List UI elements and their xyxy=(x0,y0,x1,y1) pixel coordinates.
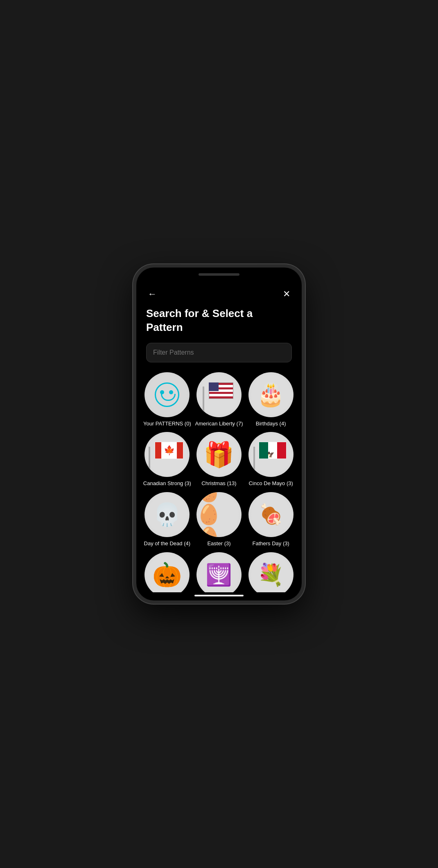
pattern-item-cinco-de-mayo[interactable]: 🦅 Cinco De Mayo (3) xyxy=(246,432,295,487)
pattern-circle-american-liberty xyxy=(196,372,242,417)
pattern-label-easter: Easter (3) xyxy=(207,540,230,547)
page-title: Search for & Select a Pattern xyxy=(146,307,292,335)
pattern-label-day-of-dead: Day of the Dead (4) xyxy=(144,540,190,547)
mx-flag-stick-icon xyxy=(253,447,255,477)
pattern-item-your-patterns[interactable]: Your PATTERNS (0) xyxy=(143,372,192,427)
pattern-label-birthdays: Birthdays (4) xyxy=(256,421,286,427)
flowers-icon: 💐 xyxy=(257,562,284,587)
pattern-item-canadian-strong[interactable]: 🍁 Canadian Strong (3) xyxy=(143,432,192,487)
pattern-circle-halloween: 🎃 xyxy=(144,552,190,592)
us-flag-canton xyxy=(209,382,219,391)
pattern-item-halloween[interactable]: 🎃 Halloween (10) xyxy=(143,552,192,592)
pattern-item-easter[interactable]: 🥚🥚🥚 Easter (3) xyxy=(195,492,244,547)
cake-icon: 🎂 xyxy=(257,381,285,408)
page-title-container: Search for & Select a Pattern xyxy=(136,307,302,343)
pattern-circle-mothers-day: 💐 xyxy=(248,552,294,592)
home-indicator xyxy=(194,595,244,596)
pattern-circle-hanukkah: 🕎 xyxy=(196,552,242,592)
ca-flag-stick-icon xyxy=(149,447,150,477)
gift-icon: 🎁 xyxy=(203,440,234,469)
mx-flag-wrapper: 🦅 xyxy=(255,442,287,467)
pattern-grid-container[interactable]: Your PATTERNS (0) American Liberty xyxy=(136,372,302,592)
pattern-item-mothers-day[interactable]: 💐 Mothers Day (3) xyxy=(246,552,295,592)
ca-stripe-left xyxy=(155,442,161,459)
pattern-circle-cinco-de-mayo: 🦅 xyxy=(248,432,294,477)
pattern-item-birthdays[interactable]: 🎂 Birthdays (4) xyxy=(246,372,295,427)
pattern-circle-canadian-strong: 🍁 xyxy=(144,432,190,477)
pattern-circle-birthdays: 🎂 xyxy=(248,372,294,417)
mx-flag-icon: 🦅 xyxy=(259,442,287,459)
pattern-label-cinco-de-mayo: Cinco De Mayo (3) xyxy=(248,480,293,487)
us-flag-wrapper xyxy=(205,382,233,407)
pattern-item-hanukkah[interactable]: 🕎 Hanukkah (4) xyxy=(195,552,244,592)
skull-icon: 💀 xyxy=(153,501,181,528)
pattern-circle-christmas: 🎁 xyxy=(196,432,242,477)
pattern-circle-day-of-dead: 💀 xyxy=(144,492,190,537)
screen: ← ✕ Search for & Select a Pattern Your P… xyxy=(136,268,302,600)
pattern-circle-your-patterns xyxy=(144,372,190,417)
pattern-item-day-of-dead[interactable]: 💀 Day of the Dead (4) xyxy=(143,492,192,547)
pattern-label-fathers-day: Fathers Day (3) xyxy=(253,540,289,547)
pumpkin-icon: 🎃 xyxy=(152,561,182,589)
menorah-icon: 🕎 xyxy=(205,562,232,587)
pattern-label-american-liberty: American Liberty (7) xyxy=(195,421,243,427)
pattern-circle-easter: 🥚🥚🥚 xyxy=(196,492,242,537)
search-bar xyxy=(136,343,302,372)
ca-stripe-right xyxy=(177,442,183,459)
mx-red-stripe xyxy=(277,442,286,459)
pattern-item-fathers-day[interactable]: 🍖 Fathers Day (3) xyxy=(246,492,295,547)
grill-icon: 🍖 xyxy=(259,503,283,526)
pattern-label-christmas: Christmas (13) xyxy=(201,480,236,487)
search-input[interactable] xyxy=(146,343,292,362)
close-button[interactable]: ✕ xyxy=(281,288,292,300)
pattern-circle-fathers-day: 🍖 xyxy=(248,492,294,537)
phone-frame: ← ✕ Search for & Select a Pattern Your P… xyxy=(133,264,305,604)
ca-flag-icon: 🍁 xyxy=(155,442,183,459)
mx-white-stripe: 🦅 xyxy=(268,442,277,459)
pattern-item-american-liberty[interactable]: American Liberty (7) xyxy=(195,372,244,427)
pattern-label-canadian-strong: Canadian Strong (3) xyxy=(143,480,191,487)
back-button[interactable]: ← xyxy=(146,288,158,300)
us-flag-icon xyxy=(209,382,233,399)
header: ← ✕ xyxy=(136,268,302,307)
flag-stick-icon xyxy=(203,387,204,417)
pattern-label-your-patterns: Your PATTERNS (0) xyxy=(143,421,191,427)
smiley-icon xyxy=(155,382,179,407)
mx-green-stripe xyxy=(259,442,268,459)
ca-flag-wrapper: 🍁 xyxy=(151,442,183,467)
easter-eggs-icon: 🥚🥚🥚 xyxy=(196,492,242,537)
maple-leaf-icon: 🍁 xyxy=(164,445,175,456)
mx-eagle-icon: 🦅 xyxy=(267,451,274,458)
pattern-item-christmas[interactable]: 🎁 Christmas (13) xyxy=(195,432,244,487)
pattern-grid: Your PATTERNS (0) American Liberty xyxy=(143,372,295,592)
